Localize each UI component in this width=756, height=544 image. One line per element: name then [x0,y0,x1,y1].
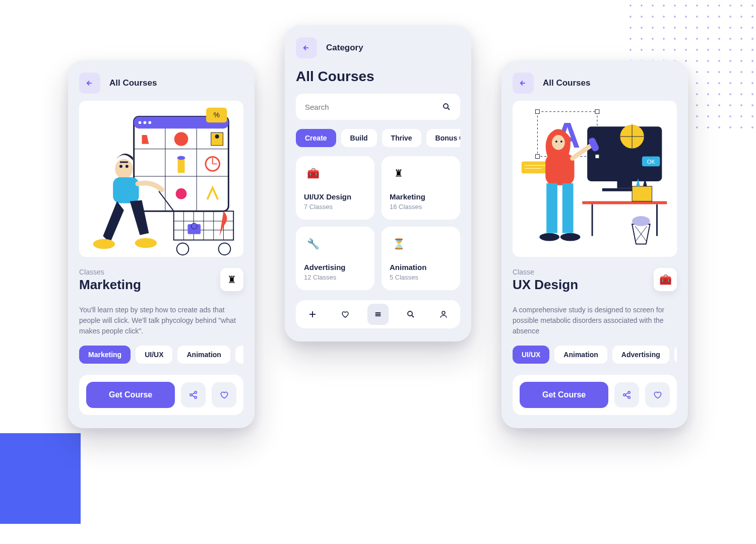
svg-rect-81 [546,183,557,233]
svg-rect-79 [545,154,574,185]
svg-rect-58 [535,110,539,114]
heart-icon [653,390,663,400]
svg-rect-74 [632,186,652,201]
page-title: All Courses [543,78,590,88]
svg-point-51 [408,311,412,316]
svg-point-34 [177,243,189,255]
tag-ui-ux[interactable]: UI/UX [513,346,549,364]
course-card-advertising[interactable]: 🔧 Advertising 12 Classes [296,227,374,290]
svg-point-87 [632,216,650,226]
page-title: Category [326,43,363,53]
svg-text:%: % [214,111,220,119]
course-card-uiux[interactable]: 🧰 UI/UX Design 7 Classes [296,156,374,220]
hero-illustration: A OK [513,101,677,257]
svg-line-92 [625,395,628,397]
nav-favorites[interactable] [335,304,356,325]
heart-icon [341,310,350,319]
nav-search[interactable] [400,304,421,325]
svg-point-3 [143,121,146,124]
tag-animation[interactable]: Animation [177,346,230,364]
svg-point-21 [119,165,122,168]
svg-line-45 [448,108,450,110]
get-course-button[interactable]: Get Course [520,382,608,408]
filter-create[interactable]: Create [296,129,336,147]
tag-ui-ux[interactable]: UI/UX [136,346,172,364]
svg-line-43 [192,395,195,397]
svg-point-25 [135,238,157,248]
section-title: All Courses [296,69,460,85]
svg-rect-71 [582,201,667,204]
category-badge: ♜ [220,268,243,291]
svg-point-44 [444,104,448,108]
svg-rect-23 [113,177,139,203]
svg-point-76 [552,135,565,150]
tag-advertising[interactable]: Advertising [612,346,669,364]
tag-marketing[interactable]: Marketing [79,346,131,364]
card-subtitle: 7 Classes [304,203,366,211]
filter-build[interactable]: Build [341,129,377,147]
get-course-button[interactable]: Get Course [86,382,175,408]
page-title: All Courses [109,78,157,88]
svg-point-4 [148,121,151,124]
svg-line-52 [412,315,414,317]
svg-point-77 [555,141,557,143]
search-input[interactable] [305,103,442,111]
svg-point-12 [177,156,185,160]
svg-point-78 [560,141,562,143]
arrow-left-icon [519,79,528,88]
chess-rook-icon: ♜ [227,275,236,285]
search-icon [442,102,451,111]
tag-m[interactable]: M [674,346,677,364]
card-title: Marketing [390,192,452,201]
back-button[interactable] [513,73,534,94]
nav-profile[interactable] [433,304,454,325]
favorite-button[interactable] [645,382,670,407]
svg-rect-10 [211,132,223,146]
filter-thrive[interactable]: Thrive [382,129,421,147]
card-title: Animation [390,263,452,271]
chess-rook-icon: ♜ [394,168,403,178]
card-subtitle: 16 Classes [390,203,452,211]
back-button[interactable] [79,73,100,94]
screen-category: Category All Courses Create Build Thrive… [285,25,471,342]
nav-menu[interactable] [367,304,389,325]
card-title: Advertising [304,263,366,271]
toolbox-icon: 🧰 [659,275,672,285]
favorite-button[interactable] [212,382,236,407]
svg-rect-59 [595,110,599,114]
svg-rect-61 [595,155,599,159]
screen-ux-detail: All Courses A OK [501,60,688,428]
svg-point-35 [219,243,231,255]
hero-illustration: % [79,101,243,257]
search-field[interactable] [296,94,460,120]
hourglass-icon: ⏳ [393,239,405,249]
share-button[interactable] [614,382,639,407]
share-button[interactable] [181,382,206,407]
menu-icon [373,310,383,319]
bottom-nav [296,300,460,328]
svg-point-53 [442,311,445,314]
svg-point-84 [560,233,581,241]
svg-rect-82 [562,183,574,233]
class-label: Classes [79,268,214,276]
card-subtitle: 5 Classes [390,274,452,281]
svg-text:OK: OK [647,159,655,165]
heart-icon [219,390,229,400]
course-card-animation[interactable]: ⏳ Animation 5 Classes [382,227,460,290]
share-icon [188,390,199,400]
svg-point-11 [215,134,219,139]
svg-line-42 [192,393,195,394]
course-card-marketing[interactable]: ♜ Marketing 16 Classes [382,156,460,220]
tag-ad[interactable]: Ad [235,346,243,364]
search-icon [406,310,415,319]
back-button[interactable] [296,37,317,58]
svg-line-91 [625,393,628,394]
toolbox-icon: 🧰 [307,168,320,178]
screen-marketing-detail: All Courses % [68,60,255,428]
nav-add[interactable] [302,304,323,325]
svg-rect-55 [617,181,632,188]
tag-animation[interactable]: Animation [554,346,607,364]
class-title: UX Design [513,277,648,293]
svg-point-24 [93,239,115,249]
filter-bonus[interactable]: Bonus Cou [426,129,460,147]
